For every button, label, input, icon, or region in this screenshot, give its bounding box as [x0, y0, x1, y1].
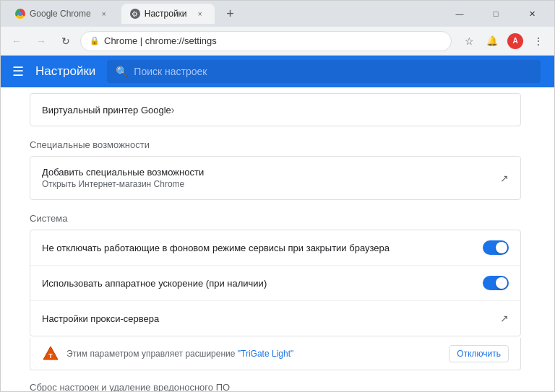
hardware-acceleration-text: Использовать аппаратное ускорение (при н…: [42, 278, 483, 289]
reset-heading: Сброс настроек и удаление вредоносного П…: [30, 370, 521, 391]
toolbar-icons: ☆ 🔔 А ⋮: [459, 31, 548, 51]
accessibility-card: Добавить специальные возможности Открыть…: [30, 156, 521, 200]
add-accessibility-sublabel: Открыть Интернет-магазин Chrome: [42, 179, 500, 189]
accessibility-external-icon: ↗: [500, 173, 509, 184]
extension-description: Этим параметром управляет расширение "Tr…: [66, 349, 442, 359]
chrome-favicon: [15, 9, 25, 19]
proxy-external-icon: ↗: [500, 313, 509, 324]
extension-row: T Этим параметром управляет расширение "…: [30, 338, 521, 370]
add-accessibility-label: Добавить специальные возможности: [42, 167, 500, 178]
background-services-toggle[interactable]: [483, 240, 509, 255]
extension-link[interactable]: "TriGate Light": [238, 349, 293, 359]
proxy-settings-label: Настройки прокси-сервера: [42, 313, 500, 324]
tab-close-chrome[interactable]: ×: [98, 8, 110, 19]
page-content: ☰ Настройки 🔍 Виртуальный принтер Google…: [1, 56, 554, 391]
maximize-button[interactable]: □: [479, 4, 512, 24]
avatar-icon[interactable]: А: [505, 31, 525, 51]
system-card: Не отключать работающие в фоновом режиме…: [30, 230, 521, 336]
background-services-item[interactable]: Не отключать работающие в фоновом режиме…: [30, 230, 520, 266]
forward-button[interactable]: →: [31, 31, 51, 51]
virtual-printer-arrow: ›: [171, 104, 175, 116]
search-box[interactable]: 🔍: [107, 60, 541, 83]
reload-button[interactable]: ↻: [56, 31, 76, 51]
title-bar: Google Chrome × ⚙ Настройки × + — □ ✕: [1, 1, 554, 27]
tab-settings[interactable]: ⚙ Настройки ×: [121, 4, 215, 24]
tab-label-chrome: Google Chrome: [30, 9, 91, 19]
settings-header: ☰ Настройки 🔍: [1, 56, 554, 87]
url-text: Chrome | chrome://settings: [104, 35, 217, 46]
trigate-icon: T: [42, 345, 59, 362]
address-bar: ← → ↻ 🔒 Chrome | chrome://settings ☆ 🔔 А…: [1, 27, 554, 56]
svg-text:T: T: [48, 352, 53, 360]
back-button[interactable]: ←: [7, 31, 27, 51]
menu-button[interactable]: ⋮: [528, 31, 548, 51]
add-accessibility-text: Добавить специальные возможности Открыть…: [42, 167, 500, 189]
hardware-acceleration-label: Использовать аппаратное ускорение (при н…: [42, 278, 483, 289]
virtual-printer-item[interactable]: Виртуальный принтер Google ›: [30, 93, 521, 126]
sidebar-toggle-button[interactable]: ☰: [12, 64, 24, 79]
content-scroll[interactable]: Виртуальный принтер Google › Специальные…: [1, 87, 554, 391]
minimize-button[interactable]: —: [443, 4, 476, 24]
proxy-settings-item[interactable]: Настройки прокси-сервера ↗: [30, 301, 520, 336]
search-icon: 🔍: [116, 66, 128, 77]
close-button[interactable]: ✕: [515, 4, 548, 24]
star-icon[interactable]: ☆: [459, 31, 479, 51]
background-services-label: Не отключать работающие в фоновом режиме…: [42, 243, 483, 253]
window-controls: — □ ✕: [443, 4, 548, 24]
settings-favicon: ⚙: [130, 9, 140, 19]
lock-icon: 🔒: [90, 36, 100, 45]
bell-icon[interactable]: 🔔: [482, 31, 502, 51]
accessibility-heading: Специальные возможности: [30, 128, 521, 156]
tab-google-chrome[interactable]: Google Chrome ×: [7, 4, 119, 24]
main-area: ☰ Настройки 🔍 Виртуальный принтер Google…: [1, 56, 554, 391]
disable-extension-button[interactable]: Отключить: [449, 345, 509, 362]
url-bar[interactable]: 🔒 Chrome | chrome://settings: [80, 31, 452, 51]
system-heading: Система: [30, 201, 521, 230]
browser-window: Google Chrome × ⚙ Настройки × + — □ ✕ ← …: [0, 0, 555, 392]
background-services-text: Не отключать работающие в фоновом режиме…: [42, 243, 483, 253]
add-accessibility-item[interactable]: Добавить специальные возможности Открыть…: [30, 157, 520, 199]
virtual-printer-label: Виртуальный принтер Google: [42, 105, 171, 116]
proxy-settings-text: Настройки прокси-сервера: [42, 313, 500, 324]
tab-label-settings: Настройки: [145, 9, 187, 19]
hardware-acceleration-toggle[interactable]: [483, 276, 509, 290]
new-tab-button[interactable]: +: [220, 4, 241, 24]
search-input[interactable]: [134, 66, 532, 77]
hardware-acceleration-item[interactable]: Использовать аппаратное ускорение (при н…: [30, 266, 520, 301]
tab-close-settings[interactable]: ×: [194, 8, 206, 19]
settings-page-title: Настройки: [35, 64, 95, 79]
